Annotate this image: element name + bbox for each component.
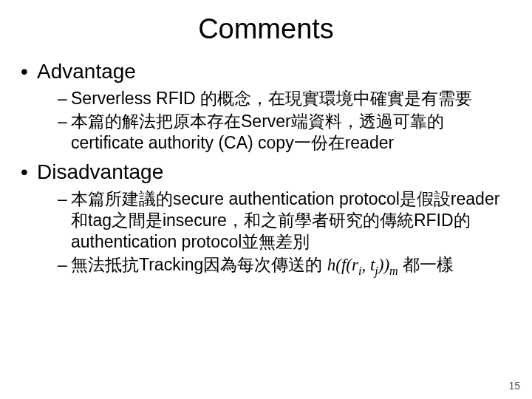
disadvantage-item-1: 本篇所建議的secure authentication protocol是假設r… [58, 188, 511, 252]
formula-f: f [341, 256, 346, 274]
slide-title: Comments [21, 13, 511, 45]
formula-m-sub: m [389, 264, 398, 276]
disadvantage-item-2-text: 無法抵抗Tracking因為每次傳送的 [71, 255, 322, 274]
advantage-heading-item: Advantage Serverless RFID 的概念，在現實環境中確實是有… [21, 60, 511, 153]
disadvantage-item-2: 無法抵抗Tracking因為每次傳送的 h(f(ri, tj))m 都一樣 [58, 254, 511, 279]
formula-r: r [352, 256, 358, 274]
page-number: 15 [508, 380, 520, 392]
formula-t-sub: j [375, 264, 378, 276]
disadvantage-sublist: 本篇所建議的secure authentication protocol是假設r… [37, 188, 511, 278]
advantage-sublist: Serverless RFID 的概念，在現實環境中確實是有需要 本篇的解法把原… [37, 88, 511, 153]
disadvantage-item-2-tail: 都一樣 [403, 255, 454, 274]
formula-r-sub: i [358, 264, 361, 276]
formula: h(f(ri, tj))m [327, 256, 398, 274]
advantage-item-2: 本篇的解法把原本存在Server端資料，透過可靠的certificate aut… [58, 111, 511, 154]
disadvantage-heading-item: Disadvantage 本篇所建議的secure authentication… [21, 160, 511, 278]
bullet-list-lvl1: Advantage Serverless RFID 的概念，在現實環境中確實是有… [21, 60, 511, 278]
disadvantage-heading: Disadvantage [37, 160, 163, 183]
advantage-item-1: Serverless RFID 的概念，在現實環境中確實是有需要 [58, 88, 511, 109]
advantage-heading: Advantage [37, 60, 136, 83]
formula-h: h [327, 256, 336, 274]
formula-block: h(f(ri, tj))m [327, 254, 398, 279]
slide: Comments Advantage Serverless RFID 的概念，在… [0, 0, 532, 399]
